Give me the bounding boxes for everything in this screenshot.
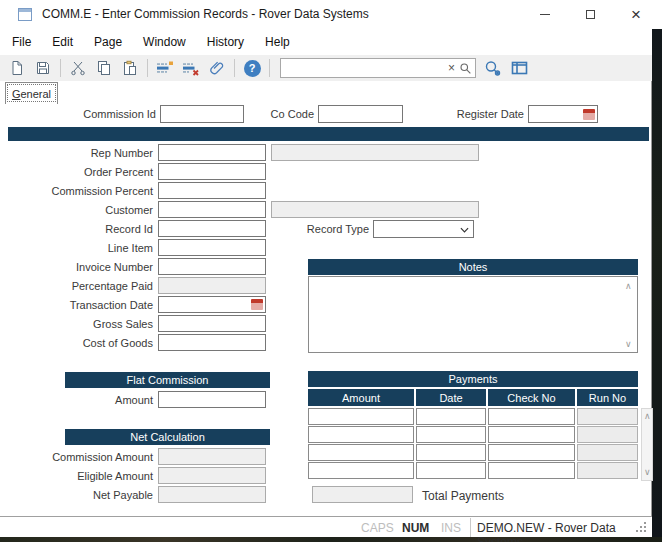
payment-amount-field[interactable] — [308, 444, 414, 461]
payments-scroll-up-icon[interactable]: ∧ — [644, 412, 651, 421]
invoice-number-row: Invoice Number — [0, 258, 266, 275]
menu-history[interactable]: History — [205, 32, 246, 52]
find-view-button[interactable] — [480, 57, 506, 79]
menu-help[interactable]: Help — [263, 32, 292, 52]
commission-id-group: Commission Id — [0, 105, 244, 123]
transaction-date-label: Transaction Date — [0, 299, 158, 311]
gross-sales-field[interactable] — [158, 315, 266, 332]
flat-amount-field[interactable] — [158, 391, 266, 408]
gross-sales-label: Gross Sales — [0, 318, 158, 330]
cost-of-goods-row: Cost of Goods — [0, 334, 266, 351]
minimize-button[interactable] — [528, 0, 562, 29]
maximize-button[interactable] — [573, 0, 607, 29]
copy-button[interactable] — [91, 57, 117, 79]
gross-sales-row: Gross Sales — [0, 315, 266, 332]
commission-amount-row: Commission Amount — [0, 448, 266, 465]
cost-of-goods-field[interactable] — [158, 334, 266, 351]
notes-textarea[interactable] — [308, 276, 638, 353]
attach-button[interactable] — [204, 57, 230, 79]
record-type-dropdown[interactable] — [373, 220, 474, 238]
search-clear-icon[interactable]: × — [444, 62, 459, 74]
help-icon: ? — [244, 60, 261, 77]
payment-runno-field — [577, 426, 638, 443]
delete-record-button[interactable] — [178, 57, 204, 79]
payments-column-headers: Amount Date Check No Run No — [308, 389, 638, 406]
add-record-button[interactable] — [152, 57, 178, 79]
commission-percent-field[interactable] — [158, 182, 266, 199]
status-bar: CAPS NUM INS DEMO.NEW - Rover Data Syste… — [0, 516, 652, 537]
net-payable-field — [158, 486, 266, 503]
net-payable-label: Net Payable — [0, 489, 158, 501]
paste-button[interactable] — [117, 57, 143, 79]
payment-amount-field[interactable] — [308, 426, 414, 443]
desktop-background — [652, 29, 662, 542]
record-id-field[interactable] — [158, 220, 266, 237]
payments-scrollbar[interactable]: ∧ ∨ — [641, 408, 653, 481]
application-icon — [18, 8, 32, 21]
payment-checkno-field[interactable] — [488, 444, 575, 461]
order-percent-row: Order Percent — [0, 163, 266, 180]
menu-page[interactable]: Page — [92, 32, 124, 52]
transaction-date-row: Transaction Date — [0, 296, 266, 313]
invoice-number-field[interactable] — [158, 258, 266, 275]
title-bar[interactable]: COMM.E - Enter Commission Records - Rove… — [0, 0, 662, 29]
notes-scroll-down-icon[interactable]: ∨ — [625, 340, 632, 349]
toolbar-search: × — [280, 58, 476, 78]
chevron-down-icon — [460, 227, 469, 233]
window-layout-button[interactable] — [506, 57, 532, 79]
payment-date-field[interactable] — [416, 462, 486, 479]
payments-row — [308, 462, 638, 479]
caps-lock-indicator: CAPS — [361, 521, 394, 535]
tab-general[interactable]: General — [5, 82, 58, 104]
total-payments-field — [312, 486, 413, 503]
net-calculation-header: Net Calculation — [65, 429, 270, 445]
payment-date-field[interactable] — [416, 408, 486, 425]
close-button[interactable]: × — [619, 0, 653, 29]
order-percent-field[interactable] — [158, 163, 266, 180]
flat-amount-row: Amount — [0, 391, 266, 408]
payments-row — [308, 408, 638, 425]
co-code-field[interactable] — [318, 105, 403, 123]
help-button[interactable]: ? — [239, 57, 265, 79]
record-id-row: Record Id — [0, 220, 266, 237]
payment-amount-field[interactable] — [308, 408, 414, 425]
payment-checkno-field[interactable] — [488, 426, 575, 443]
customer-row: Customer — [0, 201, 266, 218]
payments-col-amount: Amount — [308, 389, 414, 406]
customer-name-field — [271, 201, 479, 218]
calendar-icon[interactable] — [251, 299, 263, 310]
percentage-paid-label: Percentage Paid — [0, 280, 158, 292]
calendar-icon[interactable] — [583, 109, 595, 120]
save-button[interactable] — [30, 57, 56, 79]
cut-button[interactable] — [65, 57, 91, 79]
statusbar-divider — [470, 518, 471, 537]
payment-date-field[interactable] — [416, 444, 486, 461]
rep-description-field — [271, 144, 479, 161]
num-lock-indicator: NUM — [402, 521, 429, 535]
commission-percent-label: Commission Percent — [0, 185, 158, 197]
payments-scroll-down-icon[interactable]: ∨ — [644, 468, 651, 477]
notes-scroll-up-icon[interactable]: ∧ — [625, 282, 632, 291]
customer-field[interactable] — [158, 201, 266, 218]
menu-file[interactable]: File — [10, 32, 33, 52]
payment-amount-field[interactable] — [308, 462, 414, 479]
commission-id-field[interactable] — [160, 105, 244, 123]
search-icon[interactable] — [459, 62, 475, 75]
transaction-date-field[interactable] — [158, 296, 266, 313]
menu-window[interactable]: Window — [141, 32, 188, 52]
record-type-group: Record Type — [300, 220, 474, 238]
new-record-button[interactable] — [4, 57, 30, 79]
resize-grip[interactable] — [644, 530, 646, 532]
flat-commission-title: Flat Commission — [127, 374, 209, 386]
menu-edit[interactable]: Edit — [50, 32, 75, 52]
search-input[interactable] — [281, 60, 444, 76]
line-item-field[interactable] — [158, 239, 266, 256]
menu-bar: File Edit Page Window History Help — [0, 29, 652, 55]
toolbar: ? × — [0, 55, 652, 81]
rep-number-field[interactable] — [158, 144, 266, 161]
payments-header: Payments — [308, 371, 638, 387]
payment-date-field[interactable] — [416, 426, 486, 443]
commission-amount-field — [158, 448, 266, 465]
payment-checkno-field[interactable] — [488, 408, 575, 425]
payment-checkno-field[interactable] — [488, 462, 575, 479]
